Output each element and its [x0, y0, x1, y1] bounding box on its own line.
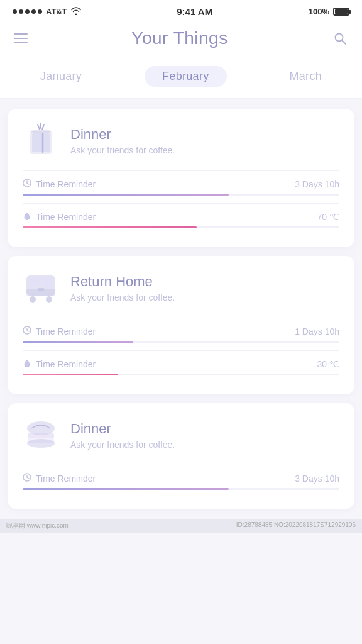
- reminder-label-text: Time Reminder: [36, 359, 96, 369]
- reminder-label-text: Time Reminder: [36, 179, 96, 189]
- svg-rect-13: [29, 278, 39, 286]
- progress-bar: [23, 226, 339, 228]
- card-divider: [23, 350, 339, 351]
- status-time: 9:41 AM: [177, 6, 212, 17]
- card-divider: [23, 203, 339, 204]
- card-title: Dinner: [70, 126, 175, 143]
- card-header: Dinner Ask your friends for coffee.: [23, 417, 339, 453]
- progress-bar: [23, 194, 339, 196]
- progress-bar: [23, 488, 339, 490]
- cards-container: Dinner Ask your friends for coffee. Time…: [0, 99, 362, 519]
- reminder-value: 3 Days 10h: [295, 474, 339, 484]
- watermark-left: 昵享网 www.nipic.com: [6, 521, 69, 530]
- card-subtitle: Ask your friends for coffee.: [70, 292, 175, 303]
- reminder-label-text: Time Reminder: [36, 474, 96, 484]
- card-subtitle: Ask your friends for coffee.: [70, 440, 175, 450]
- progress-fill: [23, 194, 229, 196]
- svg-line-11: [27, 183, 29, 184]
- reminder-label-row: Time Reminder 3 Days 10h: [23, 179, 339, 189]
- wifi-icon: [71, 7, 81, 17]
- svg-point-8: [30, 130, 52, 133]
- card-header: Return Home Ask your friends for coffee.: [23, 270, 339, 306]
- svg-point-16: [30, 296, 36, 303]
- reminder-value: 1 Days 10h: [295, 326, 339, 336]
- progress-fill: [23, 226, 197, 228]
- svg-line-4: [42, 125, 44, 130]
- tab-january[interactable]: January: [23, 66, 99, 87]
- card-header: Dinner Ask your friends for coffee.: [23, 123, 339, 159]
- progress-fill: [23, 488, 229, 490]
- watermark-right: ID:28788485 NO:2022081817S712929106: [236, 521, 356, 530]
- reminder-label-text: Time Reminder: [36, 212, 96, 222]
- progress-bar: [23, 341, 339, 343]
- svg-rect-23: [28, 433, 54, 438]
- reminder-label: Time Reminder: [23, 211, 96, 222]
- reminder-label-text: Time Reminder: [36, 326, 96, 336]
- drop-icon: [23, 211, 31, 222]
- reminder-row: Time Reminder 70 ℃: [23, 211, 339, 228]
- card-icon-bus: [23, 270, 59, 306]
- card-info: Return Home Ask your friends for coffee.: [70, 274, 175, 303]
- card-title: Return Home: [70, 274, 175, 290]
- card-card-dinner-2: Dinner Ask your friends for coffee. Time…: [8, 403, 354, 509]
- reminder-value: 70 ℃: [317, 212, 339, 222]
- card-title: Dinner: [70, 421, 175, 437]
- progress-fill: [23, 341, 133, 343]
- svg-rect-6: [32, 133, 50, 152]
- card-divider: [23, 318, 339, 318]
- card-card-dinner-1: Dinner Ask your friends for coffee. Time…: [8, 109, 354, 247]
- svg-rect-18: [38, 288, 44, 291]
- status-left: AT&T: [13, 7, 81, 17]
- battery-icon: [333, 8, 349, 16]
- search-button[interactable]: [332, 30, 348, 47]
- reminder-label-row: Time Reminder 1 Days 10h: [23, 326, 339, 336]
- reminder-label: Time Reminder: [23, 473, 96, 484]
- card-divider: [23, 465, 339, 465]
- reminder-label-row: Time Reminder 70 ℃: [23, 211, 339, 222]
- reminder-value: 3 Days 10h: [295, 179, 339, 189]
- watermark: 昵享网 www.nipic.com ID:28788485 NO:2022081…: [0, 519, 362, 533]
- card-info: Dinner Ask your friends for coffee.: [70, 421, 175, 450]
- reminder-row: Time Reminder 3 Days 10h: [23, 179, 339, 196]
- reminder-label-row: Time Reminder 30 ℃: [23, 358, 339, 369]
- tab-march[interactable]: March: [272, 66, 340, 87]
- clock-icon: [23, 473, 31, 484]
- progress-bar: [23, 374, 339, 375]
- svg-line-21: [27, 330, 29, 331]
- header: Your Things: [0, 21, 362, 57]
- reminder-value: 30 ℃: [317, 359, 339, 369]
- drop-icon: [23, 358, 31, 369]
- status-bar: AT&T 9:41 AM 100%: [0, 0, 362, 21]
- svg-point-25: [27, 439, 55, 448]
- reminder-label: Time Reminder: [23, 358, 96, 369]
- reminder-row: Time Reminder 1 Days 10h: [23, 326, 339, 343]
- reminder-row: Time Reminder 3 Days 10h: [23, 473, 339, 490]
- battery-percent: 100%: [309, 7, 329, 16]
- svg-line-28: [27, 477, 29, 479]
- svg-line-2: [38, 125, 40, 130]
- month-tabs: January February March: [0, 57, 362, 99]
- page-title: Your Things: [131, 28, 228, 48]
- card-subtitle: Ask your friends for coffee.: [70, 145, 175, 155]
- card-divider: [23, 170, 339, 171]
- menu-button[interactable]: [14, 33, 28, 43]
- reminder-label: Time Reminder: [23, 179, 96, 189]
- card-icon-burger: [23, 417, 59, 453]
- clock-icon: [23, 326, 31, 336]
- svg-point-17: [46, 296, 52, 303]
- reminder-row: Time Reminder 30 ℃: [23, 358, 339, 375]
- tab-february[interactable]: February: [145, 66, 226, 87]
- card-icon-drink: [23, 123, 59, 159]
- svg-line-1: [342, 41, 346, 45]
- status-right: 100%: [309, 7, 349, 16]
- card-info: Dinner Ask your friends for coffee.: [70, 126, 175, 155]
- reminder-label-row: Time Reminder 3 Days 10h: [23, 473, 339, 484]
- svg-point-0: [335, 34, 343, 42]
- card-card-return-home: Return Home Ask your friends for coffee.…: [8, 256, 354, 394]
- signal-dots: [13, 9, 42, 14]
- progress-fill: [23, 374, 118, 375]
- clock-icon: [23, 179, 31, 189]
- carrier-label: AT&T: [46, 7, 67, 16]
- svg-point-22: [27, 421, 55, 435]
- reminder-label: Time Reminder: [23, 326, 96, 336]
